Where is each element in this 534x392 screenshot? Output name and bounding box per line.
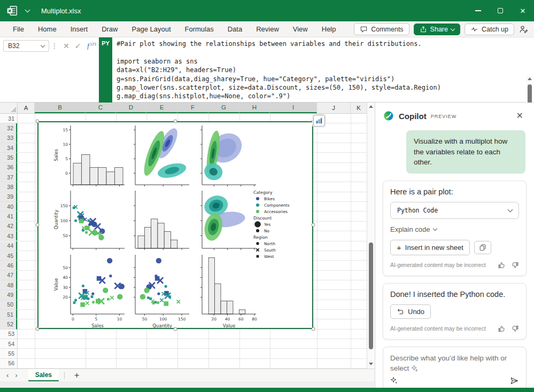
- thumbs-up-icon[interactable]: [498, 261, 506, 269]
- chart-quick-action-button[interactable]: [313, 115, 325, 127]
- row-header-54[interactable]: 54: [0, 339, 17, 349]
- column-header-A[interactable]: A: [18, 103, 35, 113]
- row-header-44[interactable]: 44: [0, 241, 17, 251]
- row-header-48[interactable]: 48: [0, 280, 17, 290]
- pairplot-panel-r1c0: 50100150Quantity: [53, 191, 125, 250]
- row-header-38[interactable]: 38: [0, 182, 17, 192]
- svg-text:150: 150: [178, 317, 186, 322]
- confirm-entry-icon[interactable]: ✓: [75, 42, 81, 50]
- grid-scroll-up-icon[interactable]: [369, 105, 373, 108]
- minimize-button[interactable]: [467, 0, 489, 21]
- chart-selection-handle[interactable]: [312, 223, 315, 227]
- prev-sheet-icon[interactable]: ‹: [0, 371, 15, 379]
- comments-button[interactable]: Comments: [354, 23, 409, 35]
- thumbs-down-icon[interactable]: [511, 261, 519, 269]
- row-header-55[interactable]: 55: [0, 349, 17, 358]
- row-header-34[interactable]: 34: [0, 143, 17, 153]
- ribbon-tab-review[interactable]: Review: [250, 23, 285, 35]
- chart-selection-handle[interactable]: [174, 327, 177, 331]
- grid-scrollbar[interactable]: [367, 103, 375, 369]
- name-box[interactable]: B32: [3, 40, 49, 52]
- column-header-K[interactable]: K: [351, 103, 367, 113]
- grid-scrollbar-thumb[interactable]: [369, 242, 373, 349]
- ribbon-tab-insert[interactable]: Insert: [64, 23, 95, 35]
- row-header-37[interactable]: 37: [0, 173, 17, 182]
- row-header-46[interactable]: 46: [0, 261, 17, 270]
- row-header-39[interactable]: 39: [0, 192, 17, 202]
- copilot-prompt-input[interactable]: Describe what you’d like help with or se…: [383, 347, 527, 388]
- chart-selection-handle[interactable]: [36, 223, 40, 227]
- row-header-50[interactable]: 50: [0, 300, 17, 310]
- grid-scroll-down-icon[interactable]: [369, 363, 373, 365]
- ribbon-tab-file[interactable]: File: [6, 23, 30, 35]
- row-header-31[interactable]: 31: [0, 114, 17, 123]
- column-header-C[interactable]: C: [86, 103, 116, 113]
- row-header-43[interactable]: 43: [0, 231, 17, 241]
- catch-up-button[interactable]: Catch up: [465, 23, 514, 35]
- copilot-close-button[interactable]: ✕: [513, 111, 527, 121]
- ribbon-tab-home[interactable]: Home: [32, 23, 63, 35]
- row-header-52[interactable]: 52: [0, 319, 17, 329]
- comments-label: Comments: [371, 26, 403, 33]
- ribbon-tab-data[interactable]: Data: [221, 23, 249, 35]
- explain-code-link[interactable]: Explain code: [390, 225, 519, 233]
- row-header-41[interactable]: 41: [0, 211, 17, 221]
- column-header-D[interactable]: D: [116, 103, 146, 113]
- svg-text:Bikes: Bikes: [264, 197, 275, 201]
- ribbon-tab-help[interactable]: Help: [315, 23, 343, 35]
- row-header-33[interactable]: 33: [0, 134, 17, 143]
- row-header-42[interactable]: 42: [0, 222, 17, 231]
- ribbon-tab-formulas[interactable]: Formulas: [179, 23, 220, 35]
- thumbs-down-icon[interactable]: [511, 325, 519, 333]
- row-header-53[interactable]: 53: [0, 330, 17, 339]
- row-header-40[interactable]: 40: [0, 202, 17, 211]
- column-header-I[interactable]: I: [270, 103, 317, 113]
- row-header-49[interactable]: 49: [0, 290, 17, 300]
- svg-text:50: 50: [142, 317, 148, 322]
- chart-selection-handle[interactable]: [312, 327, 315, 331]
- formula-bar-drag-handle[interactable]: ⋮: [51, 42, 58, 50]
- column-header-J[interactable]: J: [317, 103, 351, 113]
- select-all-corner[interactable]: [0, 103, 18, 114]
- column-header-H[interactable]: H: [239, 103, 270, 113]
- titlebar-chevron-icon[interactable]: [25, 7, 30, 13]
- python-function-icon[interactable]: ƒ123: [86, 42, 96, 50]
- row-header-45[interactable]: 45: [0, 251, 17, 261]
- row-header-56[interactable]: 56: [0, 359, 17, 369]
- undo-button[interactable]: Undo: [390, 304, 431, 319]
- insert-in-new-sheet-button[interactable]: + Insert in new sheet: [390, 240, 470, 255]
- ribbon-tab-view[interactable]: View: [287, 23, 314, 35]
- row-header-51[interactable]: 51: [0, 310, 17, 319]
- code-type-dropdown[interactable]: Python Code: [390, 202, 519, 219]
- row-header-32[interactable]: 32: [0, 123, 17, 133]
- ribbon-tab-page-layout[interactable]: Page Layout: [126, 23, 177, 35]
- row-header-36[interactable]: 36: [0, 163, 17, 173]
- ribbon-tab-draw[interactable]: Draw: [95, 23, 124, 35]
- prompt-sparkle-button[interactable]: [390, 377, 398, 385]
- add-sheet-button[interactable]: +: [70, 371, 83, 380]
- thumbs-up-icon[interactable]: [498, 325, 506, 333]
- people-edit-icon[interactable]: [518, 25, 529, 34]
- excel-app-icon[interactable]: [6, 5, 18, 17]
- chart-selection-handle[interactable]: [36, 120, 40, 123]
- share-button[interactable]: Share: [414, 23, 460, 35]
- embedded-chart[interactable]: 051015Sales50100150Quantity051020304050V…: [37, 121, 313, 329]
- send-button[interactable]: [509, 377, 519, 385]
- row-header-47[interactable]: 47: [0, 271, 17, 280]
- document-title: Multiplot.xlsx: [41, 7, 81, 15]
- scroll-up-icon[interactable]: [528, 77, 532, 80]
- copy-code-button[interactable]: [474, 241, 491, 254]
- formula-input[interactable]: #Pair plot showing the relationships bet…: [117, 40, 523, 101]
- row-header-35[interactable]: 35: [0, 153, 17, 162]
- chart-selection-handle[interactable]: [174, 120, 177, 123]
- close-button[interactable]: ✕: [512, 0, 534, 21]
- column-header-F[interactable]: F: [177, 103, 208, 113]
- chart-selection-handle[interactable]: [36, 327, 40, 331]
- sheet-tab-sales[interactable]: Sales: [28, 369, 59, 381]
- cancel-entry-icon[interactable]: ✕: [63, 42, 69, 50]
- next-sheet-icon[interactable]: ›: [15, 371, 24, 379]
- maximize-button[interactable]: [489, 0, 512, 21]
- column-header-B[interactable]: B: [35, 103, 86, 113]
- column-header-E[interactable]: E: [146, 103, 177, 113]
- column-header-G[interactable]: G: [208, 103, 239, 113]
